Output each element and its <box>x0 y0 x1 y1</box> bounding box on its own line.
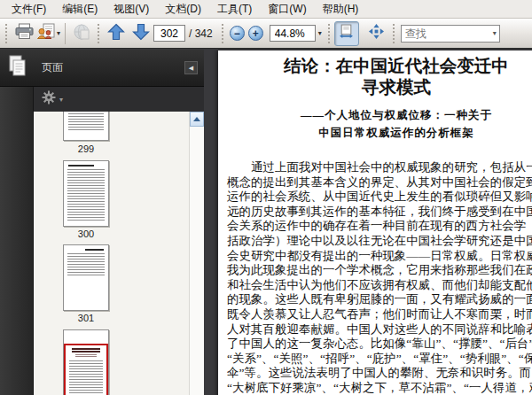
body-line: 了中国人的这一复杂心态。比如像“靠山”、“撑腰”、“后台”、 <box>227 337 532 352</box>
thumbnail-options-row: ▾ <box>34 87 204 112</box>
toolbar-grip[interactable] <box>392 23 396 44</box>
body-line: 远的历史故事到其运作的基本特征，我们终于感受到在中国社 <box>227 205 532 220</box>
toolbar-grip[interactable] <box>327 23 332 44</box>
menu-bar: 文件(F) 编辑(E) 视图(V) 文档(D) 工具(T) 窗口(W) 帮助(H… <box>0 0 532 19</box>
printer-icon <box>15 23 34 43</box>
pages-icon[interactable] <box>7 54 28 81</box>
document-subtitle-line1: ——个人地位与权威位移：一种关于 <box>218 106 532 124</box>
pages-panel-title: 页面 <box>42 60 63 75</box>
find-dropdown-icon[interactable]: ▾ <box>493 29 497 37</box>
next-page-button[interactable] <box>129 21 153 46</box>
document-body: 通过上面我对中国社会中的权威现象的研究，包括从一个 概念的提出到其基本含义的界定… <box>227 160 532 395</box>
menu-document[interactable]: 文档(D) <box>157 0 209 19</box>
thumbnail-page-299[interactable] <box>63 112 109 141</box>
menu-tools[interactable]: 工具(T) <box>209 0 260 19</box>
find-box: ▾ <box>401 25 500 43</box>
body-line: 会关系的运作中的确存在着一种目前在现有的西方社会学（包 <box>227 219 532 234</box>
thumbnail-subtitle-lines <box>75 354 97 358</box>
menu-view[interactable]: 视图(V) <box>106 0 157 19</box>
scrolling-mode-icon <box>339 24 354 43</box>
thumbnails-panel: ▾ 299 300 <box>34 87 204 395</box>
arrow-up-icon <box>106 22 126 45</box>
share-button-disabled <box>69 21 94 46</box>
document-title-line1: 结论：在中国近代社会变迁中 <box>218 56 532 77</box>
toolbar-grip[interactable] <box>4 23 9 44</box>
thumbnail-text-lines <box>69 360 103 395</box>
navigation-sidebar: 页面 ◀ <box>0 50 204 395</box>
fullscreen-fit-button[interactable] <box>364 21 389 46</box>
page-total-label: / 342 <box>189 27 213 40</box>
collaborate-button[interactable]: ▾ <box>36 21 61 46</box>
scrolling-mode-button[interactable] <box>334 21 359 46</box>
content-area: 页面 ◀ <box>0 50 532 395</box>
scroll-up-button[interactable] <box>190 112 204 127</box>
pages-panel-body: ▾ 299 300 <box>0 87 204 395</box>
menu-window[interactable]: 窗口(W) <box>260 0 314 19</box>
thumbnail-page-301[interactable] <box>63 244 109 311</box>
zoom-in-button[interactable]: + <box>248 26 263 41</box>
body-line: 的现象。这些人既有卑躬屈膝的一面，又有耀武扬威的一面， <box>227 292 532 307</box>
document-view-area: 结论：在中国近代社会变迁中 寻求模式 ——个人地位与权威位移：一种关于 中国日常… <box>204 50 532 395</box>
body-line: 括政治学）理论中以及以往无论在中国社会学研究还是中国社 <box>227 234 532 249</box>
collaborate-dropdown-icon[interactable]: ▾ <box>57 29 60 37</box>
body-line: 运作的社会系统、从中国近代史上发生的看似琐碎但又影响深 <box>227 190 532 205</box>
globe-icon <box>73 23 90 44</box>
thumbnail-page-300[interactable] <box>63 160 109 227</box>
find-input[interactable] <box>402 27 491 40</box>
thumbnail-label: 301 <box>63 313 109 323</box>
document-subtitle-line2: 中国日常权威运作的分析框架 <box>218 124 532 142</box>
document-page: 结论：在中国近代社会变迁中 寻求模式 ——个人地位与权威位移：一种关于 中国日常… <box>218 50 532 395</box>
body-line: 概念的提出到其基本含义的界定、从其对中国社会的假定到其 <box>227 175 532 190</box>
thumbnail-text-lines <box>67 253 105 276</box>
body-line: 人对其百般迎奉献媚。中国人对这些人的不同说辞和比喻表达 <box>227 322 532 337</box>
toolbar-grip[interactable] <box>221 23 225 44</box>
arrow-down-icon <box>131 22 151 45</box>
thumbnail-list: 299 300 301 <box>34 112 204 395</box>
thumbnail-title-lines <box>72 348 100 352</box>
collapse-panel-button[interactable]: ◀ <box>184 61 198 74</box>
current-view-red-box[interactable] <box>64 344 108 395</box>
thumbnail-heading-line <box>68 165 94 167</box>
thumbnail-heading-line <box>85 249 104 251</box>
collaborate-icon <box>37 23 55 43</box>
menu-file[interactable]: 文件(F) <box>4 0 54 19</box>
gear-icon[interactable] <box>42 90 56 108</box>
body-line: 会史研究中都没有提出的一种现象——日常权威。日常权威是 <box>227 249 532 264</box>
zoom-dropdown-icon[interactable]: ▾ <box>318 29 322 37</box>
menu-help[interactable]: 帮助(H) <box>315 0 367 19</box>
panel-tab-strip <box>0 87 34 395</box>
thumbnail-text-lines <box>67 169 105 222</box>
toolbar: ▾ / 342 − + ▾ <box>0 19 532 49</box>
toolbar-grip[interactable] <box>97 23 101 44</box>
toolbar-separator <box>65 23 66 44</box>
menu-edit[interactable]: 编辑(E) <box>54 0 106 19</box>
previous-page-button[interactable] <box>104 21 129 46</box>
page-number-input[interactable] <box>153 25 185 42</box>
body-line: “关系”、“关照”、“招呼”、“庇护”、“罩住”、“势利眼”、“保护 <box>227 352 532 367</box>
thumbnail-label: 299 <box>63 143 109 154</box>
thumbnail-scrollbar[interactable] <box>189 112 204 395</box>
pages-panel-header: 页面 ◀ <box>0 50 204 87</box>
thumbnail-page-302-current[interactable] <box>63 329 109 395</box>
print-button[interactable] <box>12 21 36 46</box>
options-dropdown-icon[interactable]: ▾ <box>59 96 63 104</box>
thumbnail-label: 300 <box>63 228 109 239</box>
body-line: 伞”等。这些说法表明了中国人的攀附、无奈和识时务。而 <box>227 366 532 381</box>
fit-arrows-icon <box>369 24 384 43</box>
body-line: 我为此现象提出的一个学术概念，它用来指称那些我们在政治 <box>227 263 532 278</box>
document-title-line2: 寻求模式 <box>218 77 532 98</box>
body-line: 和社会生活中认为他们不应该拥有权威、而他们却能支配他人 <box>227 278 532 293</box>
thumbnail-text-lines <box>68 112 104 130</box>
body-line: “大树底下好乘凉”、“大树之下，草不沾霜”、“一人得道，鸡犬 <box>227 381 532 395</box>
body-line: 既令人羡慕又让人忍气吞声；他们时而让人不寒而栗，时而让 <box>227 307 532 322</box>
zoom-out-button[interactable]: − <box>230 26 245 41</box>
zoom-level-input[interactable] <box>270 25 316 42</box>
body-line: 通过上面我对中国社会中的权威现象的研究，包括从一个 <box>227 160 532 175</box>
